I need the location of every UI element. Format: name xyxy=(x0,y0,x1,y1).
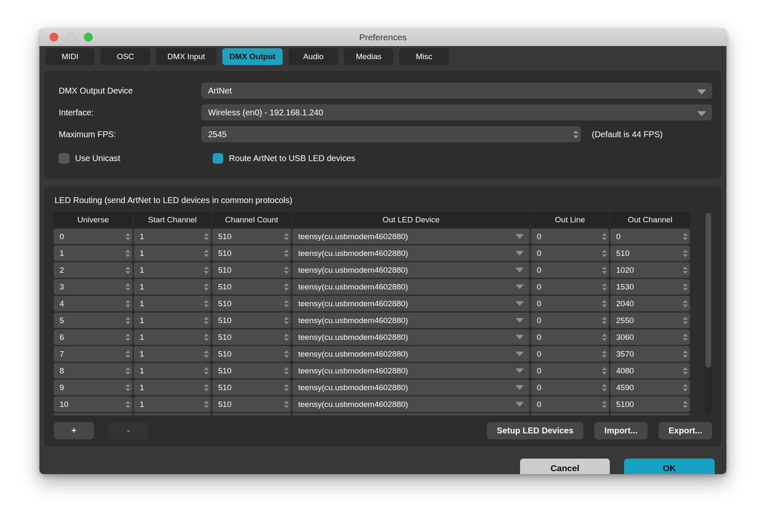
out-line-cell[interactable]: 0 xyxy=(531,363,609,378)
stepper-arrows-icon[interactable] xyxy=(125,279,130,295)
out-channel-cell[interactable]: 1530 xyxy=(610,279,690,295)
out-channel-cell[interactable]: 2550 xyxy=(610,313,690,328)
stepper-arrows-icon[interactable] xyxy=(602,329,607,345)
universe-cell[interactable]: 1 xyxy=(54,245,133,261)
stepper-arrows-icon[interactable] xyxy=(602,346,607,362)
out-line-cell[interactable]: 0 xyxy=(531,396,609,412)
stepper-arrows-icon[interactable] xyxy=(602,245,607,261)
stepper-arrows-icon[interactable] xyxy=(284,346,289,362)
channel-count-cell[interactable]: 510 xyxy=(212,245,291,261)
stepper-arrows-icon[interactable] xyxy=(125,313,130,328)
universe-cell[interactable]: 8 xyxy=(54,363,133,378)
out-led-device-dropdown[interactable]: teensy(cu.usbmodem4602880) xyxy=(292,329,530,345)
universe-cell[interactable]: 3 xyxy=(54,279,133,295)
stepper-arrows-icon[interactable] xyxy=(284,229,289,244)
start-channel-cell[interactable]: 1 xyxy=(134,245,211,261)
stepper-arrows-icon[interactable] xyxy=(602,262,607,278)
out-channel-cell[interactable]: 2040 xyxy=(610,296,690,311)
stepper-arrows-icon[interactable] xyxy=(125,262,130,278)
export-button[interactable]: Export... xyxy=(658,422,712,439)
stepper-arrows-icon[interactable] xyxy=(125,245,130,261)
out-channel-cell[interactable]: 3060 xyxy=(610,329,690,345)
channel-count-cell[interactable]: 510 xyxy=(212,262,291,278)
out-line-cell[interactable]: 0 xyxy=(531,229,609,244)
stepper-arrows-icon[interactable] xyxy=(602,279,607,295)
fps-stepper[interactable]: 2545 xyxy=(201,126,581,142)
remove-row-button[interactable]: - xyxy=(108,422,148,439)
interface-dropdown[interactable]: Wireless (en0) - 192.168.1.240 xyxy=(201,104,712,120)
tab-audio[interactable]: Audio xyxy=(289,48,338,65)
out-line-cell[interactable]: 0 xyxy=(531,296,609,311)
stepper-arrows-icon[interactable] xyxy=(683,313,688,328)
stepper-arrows-icon[interactable] xyxy=(125,346,130,362)
stepper-arrows-icon[interactable] xyxy=(125,396,130,412)
table-scrollbar[interactable] xyxy=(705,212,712,415)
stepper-arrows-icon[interactable] xyxy=(284,329,289,345)
start-channel-cell[interactable]: 1 xyxy=(134,313,211,328)
stepper-arrows-icon[interactable] xyxy=(683,346,688,362)
start-channel-cell[interactable]: 1 xyxy=(134,229,211,244)
table-scrollbar-thumb[interactable] xyxy=(705,213,711,368)
universe-cell[interactable]: 9 xyxy=(54,380,133,395)
universe-cell[interactable]: 4 xyxy=(54,296,133,311)
tab-medias[interactable]: Medias xyxy=(344,48,393,65)
stepper-arrows-icon[interactable] xyxy=(125,329,130,345)
stepper-arrows-icon[interactable] xyxy=(573,128,578,141)
stepper-arrows-icon[interactable] xyxy=(683,329,688,345)
stepper-arrows-icon[interactable] xyxy=(125,380,130,395)
add-row-button[interactable]: + xyxy=(54,422,94,439)
tab-dmx-input[interactable]: DMX Input xyxy=(156,48,216,65)
stepper-arrows-icon[interactable] xyxy=(284,396,289,412)
cancel-button[interactable]: Cancel xyxy=(520,459,610,474)
out-line-cell[interactable]: 0 xyxy=(531,245,609,261)
stepper-arrows-icon[interactable] xyxy=(683,396,688,412)
stepper-arrows-icon[interactable] xyxy=(204,363,209,378)
out-led-device-dropdown[interactable]: teensy(cu.usbmodem4602880) xyxy=(292,346,530,362)
stepper-arrows-icon[interactable] xyxy=(683,245,688,261)
channel-count-cell[interactable]: 510 xyxy=(212,229,291,244)
channel-count-cell[interactable]: 510 xyxy=(212,279,291,295)
stepper-arrows-icon[interactable] xyxy=(125,296,130,311)
ok-button[interactable]: OK xyxy=(624,459,715,474)
out-line-cell[interactable]: 0 xyxy=(531,329,609,345)
device-dropdown[interactable]: ArtNet xyxy=(201,83,712,99)
out-channel-cell[interactable]: 4590 xyxy=(610,380,690,395)
out-line-cell[interactable]: 0 xyxy=(531,262,609,278)
title-bar[interactable]: Preferences xyxy=(39,29,726,46)
start-channel-cell[interactable]: 1 xyxy=(134,329,211,345)
out-line-cell[interactable]: 0 xyxy=(531,279,609,295)
stepper-arrows-icon[interactable] xyxy=(602,380,607,395)
start-channel-cell[interactable]: 1 xyxy=(134,363,211,378)
stepper-arrows-icon[interactable] xyxy=(204,296,209,311)
channel-count-cell[interactable]: 510 xyxy=(212,313,291,328)
stepper-arrows-icon[interactable] xyxy=(602,229,607,244)
out-channel-cell[interactable]: 4080 xyxy=(610,363,690,378)
start-channel-cell[interactable]: 1 xyxy=(134,396,211,412)
out-channel-cell[interactable]: 0 xyxy=(610,229,690,244)
channel-count-cell[interactable]: 510 xyxy=(212,296,291,311)
stepper-arrows-icon[interactable] xyxy=(284,296,289,311)
stepper-arrows-icon[interactable] xyxy=(284,245,289,261)
stepper-arrows-icon[interactable] xyxy=(683,279,688,295)
out-led-device-dropdown[interactable]: teensy(cu.usbmodem4602880) xyxy=(292,363,530,378)
channel-count-cell[interactable]: 510 xyxy=(212,396,291,412)
stepper-arrows-icon[interactable] xyxy=(204,262,209,278)
universe-cell[interactable]: 7 xyxy=(54,346,133,362)
use-unicast-checkbox[interactable] xyxy=(59,153,69,164)
stepper-arrows-icon[interactable] xyxy=(204,346,209,362)
stepper-arrows-icon[interactable] xyxy=(284,262,289,278)
stepper-arrows-icon[interactable] xyxy=(125,363,130,378)
stepper-arrows-icon[interactable] xyxy=(125,229,130,244)
start-channel-cell[interactable]: 1 xyxy=(134,279,211,295)
stepper-arrows-icon[interactable] xyxy=(602,363,607,378)
stepper-arrows-icon[interactable] xyxy=(204,229,209,244)
universe-cell[interactable]: 6 xyxy=(54,329,133,345)
out-led-device-dropdown[interactable]: teensy(cu.usbmodem4602880) xyxy=(292,229,530,244)
out-channel-cell[interactable]: 1020 xyxy=(610,262,690,278)
stepper-arrows-icon[interactable] xyxy=(284,380,289,395)
out-line-cell[interactable]: 0 xyxy=(531,346,609,362)
out-led-device-dropdown[interactable]: teensy(cu.usbmodem4602880) xyxy=(292,313,530,328)
stepper-arrows-icon[interactable] xyxy=(683,229,688,244)
out-channel-cell[interactable]: 3570 xyxy=(610,346,690,362)
out-line-cell[interactable]: 0 xyxy=(531,313,609,328)
